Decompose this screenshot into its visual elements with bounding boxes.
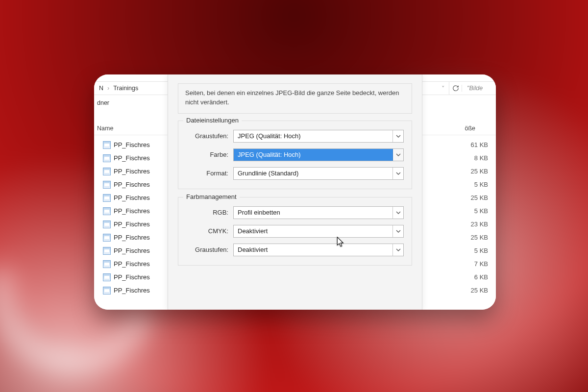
color-label: Farbe: bbox=[186, 151, 233, 158]
format-dropdown[interactable]: Grundlinie (Standard) bbox=[233, 167, 404, 180]
info-text: Seiten, bei denen ein einzelnes JPEG-Bil… bbox=[178, 83, 412, 114]
breadcrumb-fragment[interactable]: N bbox=[96, 85, 106, 92]
chevron-down-icon bbox=[392, 225, 403, 237]
breadcrumb-current[interactable]: Trainings bbox=[110, 85, 141, 92]
file-size-cell: 5 KB bbox=[471, 178, 488, 191]
color-value: JPEG (Qualität: Hoch) bbox=[238, 151, 301, 158]
file-size-cell: 5 KB bbox=[471, 244, 488, 257]
image-file-icon bbox=[103, 181, 111, 189]
image-file-icon bbox=[103, 141, 111, 149]
image-file-icon bbox=[103, 273, 111, 281]
file-settings-group: Dateieinstellungen Graustufen: JPEG (Qua… bbox=[178, 121, 412, 189]
toolbar-label-fragment: dner bbox=[94, 97, 109, 109]
rgb-label: RGB: bbox=[186, 209, 233, 216]
ui-card: N › Trainings ˅ "Bilde dner Name öße PP_… bbox=[94, 74, 496, 310]
file-size-cell: 5 KB bbox=[471, 204, 488, 218]
cmyk-label: CMYK: bbox=[186, 227, 233, 235]
column-name[interactable]: Name bbox=[97, 125, 113, 132]
file-settings-legend: Dateieinstellungen bbox=[183, 117, 242, 124]
grayscale-value: JPEG (Qualität: Hoch) bbox=[238, 132, 301, 140]
cmyk-dropdown[interactable]: Deaktiviert bbox=[233, 225, 404, 238]
rgb-dropdown[interactable]: Profil einbetten bbox=[233, 206, 404, 219]
file-size-cell: 61 KB bbox=[471, 138, 488, 151]
grayscale2-dropdown[interactable]: Deaktiviert bbox=[233, 244, 404, 256]
image-file-icon bbox=[103, 154, 111, 162]
chevron-down-icon bbox=[392, 207, 403, 219]
file-size-cell: 7 KB bbox=[471, 257, 488, 270]
file-size-cell: 25 KB bbox=[471, 284, 488, 297]
grayscale2-value: Deaktiviert bbox=[238, 246, 268, 253]
image-file-icon bbox=[103, 260, 111, 268]
grayscale-dropdown[interactable]: JPEG (Qualität: Hoch) bbox=[233, 130, 404, 143]
image-file-icon bbox=[103, 168, 111, 175]
rgb-value: Profil einbetten bbox=[238, 209, 280, 216]
color-dropdown[interactable]: JPEG (Qualität: Hoch) bbox=[233, 148, 404, 161]
file-size-cell: 25 KB bbox=[471, 231, 488, 244]
image-file-icon bbox=[103, 234, 111, 242]
color-management-legend: Farbmanagement bbox=[183, 193, 240, 200]
file-size-cell: 25 KB bbox=[471, 191, 488, 204]
image-file-icon bbox=[103, 207, 111, 215]
image-file-icon bbox=[103, 287, 111, 294]
grayscale2-label: Graustufen: bbox=[186, 246, 233, 253]
file-size-cell: 25 KB bbox=[471, 165, 488, 178]
chevron-down-icon bbox=[392, 149, 403, 161]
image-file-icon bbox=[103, 220, 111, 228]
chevron-down-icon bbox=[392, 130, 403, 142]
dropdown-chevron-icon[interactable]: ˅ bbox=[441, 85, 449, 92]
format-label: Format: bbox=[186, 170, 233, 177]
chevron-down-icon bbox=[392, 244, 403, 256]
file-size-cell: 23 KB bbox=[471, 218, 488, 231]
breadcrumb-separator: › bbox=[106, 85, 110, 92]
image-file-icon bbox=[103, 247, 111, 255]
color-management-group: Farbmanagement RGB: Profil einbetten CMY… bbox=[178, 197, 412, 266]
column-size[interactable]: öße bbox=[465, 125, 475, 132]
search-input[interactable]: "Bilde bbox=[462, 85, 496, 92]
file-size-cell: 6 KB bbox=[471, 270, 488, 284]
grayscale-label: Graustufen: bbox=[186, 132, 233, 140]
format-value: Grundlinie (Standard) bbox=[238, 170, 298, 177]
chevron-down-icon bbox=[392, 168, 403, 179]
cmyk-value: Deaktiviert bbox=[238, 227, 268, 235]
file-size-cell: 8 KB bbox=[471, 151, 488, 165]
refresh-button[interactable] bbox=[449, 82, 462, 95]
image-file-icon bbox=[103, 194, 111, 202]
file-sizes-column: 61 KB 8 KB 25 KB 5 KB 25 KB 5 KB 23 KB 2… bbox=[471, 138, 488, 297]
export-settings-dialog: Seiten, bei denen ein einzelnes JPEG-Bil… bbox=[168, 74, 422, 310]
